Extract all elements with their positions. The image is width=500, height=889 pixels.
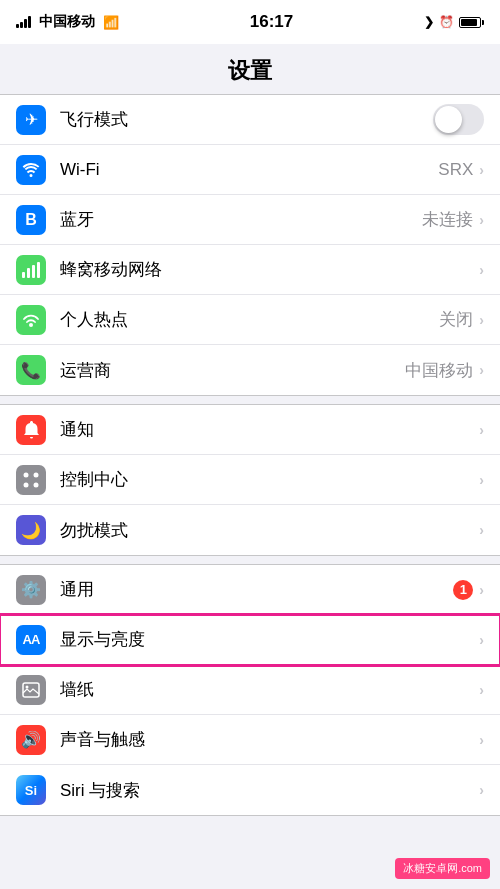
general-label: 通用 bbox=[60, 578, 453, 601]
wallpaper-icon bbox=[16, 675, 46, 705]
svg-rect-2 bbox=[32, 265, 35, 278]
siri-chevron: › bbox=[479, 782, 484, 798]
bluetooth-value: 未连接 bbox=[422, 208, 473, 231]
cellular-icon bbox=[16, 255, 46, 285]
hotspot-label: 个人热点 bbox=[60, 308, 439, 331]
wallpaper-label: 墙纸 bbox=[60, 678, 479, 701]
notifications-chevron: › bbox=[479, 422, 484, 438]
cellular-chevron: › bbox=[479, 262, 484, 278]
hotspot-row[interactable]: 个人热点 关闭 › bbox=[0, 295, 500, 345]
control-center-label: 控制中心 bbox=[60, 468, 479, 491]
display-row[interactable]: AA 显示与亮度 › bbox=[0, 615, 500, 665]
wifi-chevron: › bbox=[479, 162, 484, 178]
wifi-status-icon: 📶 bbox=[103, 15, 119, 30]
bluetooth-label: 蓝牙 bbox=[60, 208, 422, 231]
display-icon: AA bbox=[16, 625, 46, 655]
control-center-chevron: › bbox=[479, 472, 484, 488]
cellular-label: 蜂窝移动网络 bbox=[60, 258, 479, 281]
dnd-label: 勿扰模式 bbox=[60, 519, 479, 542]
network-group: ✈ 飞行模式 Wi-Fi SRX › B 蓝牙 未连接 › bbox=[0, 94, 500, 396]
notifications-label: 通知 bbox=[60, 418, 479, 441]
dnd-row[interactable]: 🌙 勿扰模式 › bbox=[0, 505, 500, 555]
battery-icon bbox=[459, 17, 484, 28]
general-group: ⚙️ 通用 1 › AA 显示与亮度 › 墙纸 › 🔊 声音与触感 › Si S… bbox=[0, 564, 500, 816]
svg-point-6 bbox=[34, 472, 39, 477]
cellular-row[interactable]: 蜂窝移动网络 › bbox=[0, 245, 500, 295]
wifi-value: SRX bbox=[438, 160, 473, 180]
svg-rect-1 bbox=[27, 268, 30, 278]
airplane-icon: ✈ bbox=[16, 105, 46, 135]
sounds-icon: 🔊 bbox=[16, 725, 46, 755]
airplane-toggle[interactable] bbox=[433, 104, 484, 135]
svg-point-4 bbox=[29, 323, 33, 327]
svg-point-8 bbox=[34, 482, 39, 487]
location-icon: ❯ bbox=[424, 15, 434, 29]
svg-point-7 bbox=[24, 482, 29, 487]
airplane-row[interactable]: ✈ 飞行模式 bbox=[0, 95, 500, 145]
sounds-chevron: › bbox=[479, 732, 484, 748]
general-chevron: › bbox=[479, 582, 484, 598]
dnd-icon: 🌙 bbox=[16, 515, 46, 545]
control-center-icon bbox=[16, 465, 46, 495]
bluetooth-icon: B bbox=[16, 205, 46, 235]
sounds-row[interactable]: 🔊 声音与触感 › bbox=[0, 715, 500, 765]
bluetooth-row[interactable]: B 蓝牙 未连接 › bbox=[0, 195, 500, 245]
hotspot-icon bbox=[16, 305, 46, 335]
status-bar: 中国移动 📶 16:17 ❯ ⏰ bbox=[0, 0, 500, 44]
general-icon: ⚙️ bbox=[16, 575, 46, 605]
status-time: 16:17 bbox=[250, 12, 293, 32]
status-left: 中国移动 📶 bbox=[16, 13, 119, 31]
bluetooth-chevron: › bbox=[479, 212, 484, 228]
carrier-chevron: › bbox=[479, 362, 484, 378]
display-label: 显示与亮度 bbox=[60, 628, 479, 651]
wifi-icon bbox=[16, 155, 46, 185]
general-badge: 1 bbox=[453, 580, 473, 600]
siri-icon: Si bbox=[16, 775, 46, 805]
notifications-icon bbox=[16, 415, 46, 445]
control-center-row[interactable]: 控制中心 › bbox=[0, 455, 500, 505]
svg-rect-0 bbox=[22, 272, 25, 278]
carrier-icon: 📞 bbox=[16, 355, 46, 385]
signal-icon bbox=[16, 16, 31, 28]
carrier-row[interactable]: 📞 运营商 中国移动 › bbox=[0, 345, 500, 395]
display-chevron: › bbox=[479, 632, 484, 648]
siri-row[interactable]: Si Siri 与搜索 › bbox=[0, 765, 500, 815]
carrier-label: 中国移动 bbox=[39, 13, 95, 31]
dnd-chevron: › bbox=[479, 522, 484, 538]
wifi-row[interactable]: Wi-Fi SRX › bbox=[0, 145, 500, 195]
alarm-icon: ⏰ bbox=[439, 15, 454, 29]
notifications-row[interactable]: 通知 › bbox=[0, 405, 500, 455]
wallpaper-chevron: › bbox=[479, 682, 484, 698]
carrier-label: 运营商 bbox=[60, 359, 405, 382]
page-title: 设置 bbox=[0, 44, 500, 94]
hotspot-value: 关闭 bbox=[439, 308, 473, 331]
airplane-label: 飞行模式 bbox=[60, 108, 433, 131]
general-row[interactable]: ⚙️ 通用 1 › bbox=[0, 565, 500, 615]
sounds-label: 声音与触感 bbox=[60, 728, 479, 751]
svg-rect-3 bbox=[37, 262, 40, 278]
wifi-label: Wi-Fi bbox=[60, 160, 438, 180]
svg-point-5 bbox=[24, 472, 29, 477]
carrier-value: 中国移动 bbox=[405, 359, 473, 382]
wallpaper-row[interactable]: 墙纸 › bbox=[0, 665, 500, 715]
status-right: ❯ ⏰ bbox=[424, 15, 484, 29]
svg-point-10 bbox=[26, 685, 29, 688]
hotspot-chevron: › bbox=[479, 312, 484, 328]
siri-label: Siri 与搜索 bbox=[60, 779, 479, 802]
watermark: 冰糖安卓网.com bbox=[395, 858, 490, 879]
notifications-group: 通知 › 控制中心 › 🌙 勿扰模式 › bbox=[0, 404, 500, 556]
